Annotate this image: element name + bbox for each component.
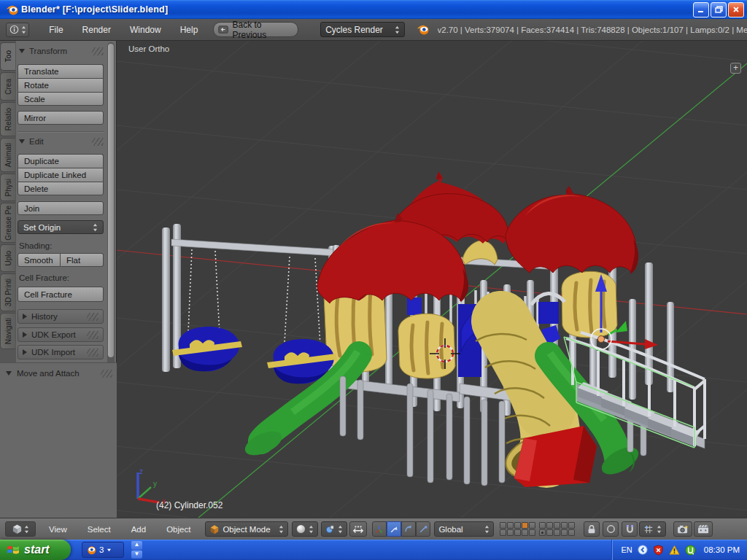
duplicate-linked-button[interactable]: Duplicate Linked: [18, 168, 104, 182]
tab-upload[interactable]: Uplo: [0, 244, 15, 272]
menu-select[interactable]: Select: [77, 525, 121, 534]
expanded-triangle-icon: [19, 49, 25, 53]
layer-cell[interactable]: [546, 522, 553, 529]
udk-export-panel-header[interactable]: UDK Export: [18, 327, 104, 342]
layer-cell[interactable]: [554, 529, 560, 536]
opengl-render-animation-button[interactable]: [694, 521, 713, 537]
manipulate-center-points-toggle[interactable]: [349, 521, 367, 537]
warning-tray-icon[interactable]: [669, 544, 681, 556]
back-to-previous-label: Back to Previous: [233, 20, 291, 40]
close-button[interactable]: [728, 2, 744, 18]
collapsed-triangle-icon: [23, 314, 27, 319]
layer-cell[interactable]: [514, 522, 521, 529]
layer-cell[interactable]: [561, 529, 568, 536]
rotate-button[interactable]: Rotate: [18, 78, 104, 92]
tab-relations[interactable]: Relatio: [0, 102, 15, 136]
menu-help[interactable]: Help: [171, 25, 208, 35]
snap-toggle[interactable]: [622, 521, 638, 537]
window-titlebar[interactable]: Blender* [F:\project\Slider.blend]: [0, 0, 747, 19]
tool-shelf-scrollbar[interactable]: [107, 42, 115, 401]
taskbar-clock[interactable]: 08:30 PM: [704, 545, 740, 554]
dropdown-arrow-icon: [107, 548, 112, 552]
scale-manipulator-button[interactable]: [416, 521, 430, 537]
snap-element-dropdown[interactable]: [639, 521, 666, 537]
tab-animation[interactable]: Animati: [0, 138, 15, 172]
menu-view[interactable]: View: [39, 525, 77, 534]
delete-button[interactable]: Delete: [18, 182, 104, 195]
proportional-editing-dropdown[interactable]: [603, 521, 619, 537]
layer-cell[interactable]: [507, 522, 514, 529]
menu-file[interactable]: File: [39, 25, 72, 35]
hide-icons-button[interactable]: [637, 544, 649, 556]
set-origin-dropdown[interactable]: Set Origin: [18, 220, 104, 234]
rotate-manipulator-button[interactable]: [401, 521, 416, 537]
menu-object[interactable]: Object: [156, 525, 201, 534]
viewport-shading-dropdown[interactable]: [292, 521, 318, 537]
history-panel-header[interactable]: History: [18, 309, 104, 324]
3d-viewport[interactable]: User Ortho + (42) Cylinder.052 z y x: [117, 41, 747, 518]
layer-cell[interactable]: [529, 529, 535, 536]
scale-button[interactable]: Scale: [18, 92, 104, 106]
tab-create[interactable]: Crea: [0, 72, 15, 101]
minimize-button[interactable]: [693, 2, 709, 18]
blender-task-group-button[interactable]: 3: [82, 542, 124, 558]
layer-cell[interactable]: [568, 529, 575, 536]
security-alert-icon[interactable]: [653, 544, 665, 556]
tab-physics[interactable]: Physi: [0, 174, 15, 201]
translate-manipulator-button[interactable]: [387, 521, 401, 537]
layer-cell[interactable]: [522, 529, 528, 536]
utorrent-tray-icon[interactable]: [685, 544, 697, 556]
move-and-attach-panel-header[interactable]: Move and Attach: [0, 363, 117, 378]
layer-cell[interactable]: [507, 529, 514, 536]
back-to-previous-button[interactable]: Back to Previous: [213, 22, 298, 37]
tab-navigation[interactable]: Navigati: [0, 313, 15, 349]
editor-type-dropdown[interactable]: [5, 521, 36, 537]
scroll-up-button[interactable]: ▲: [131, 541, 142, 550]
layers-widget[interactable]: [500, 522, 575, 536]
updown-arrows-icon: [21, 26, 26, 34]
edit-panel-header[interactable]: Edit: [19, 136, 104, 147]
udk-import-panel-header[interactable]: UDK Import: [18, 345, 104, 359]
properties-region-expand-button[interactable]: +: [730, 63, 741, 74]
render-engine-dropdown[interactable]: Cycles Render: [320, 22, 404, 37]
tab-3d-printing[interactable]: 3D Printi: [0, 273, 15, 311]
transform-panel-header[interactable]: Transform: [19, 45, 104, 57]
layer-cell[interactable]: [561, 522, 568, 529]
pivot-point-dropdown[interactable]: [321, 521, 347, 537]
orientation-value: Global: [438, 525, 481, 534]
language-indicator[interactable]: EN: [621, 545, 632, 554]
layer-cell-active[interactable]: [522, 522, 528, 529]
menu-add[interactable]: Add: [121, 525, 156, 534]
layer-cell[interactable]: [529, 522, 535, 529]
menu-window[interactable]: Window: [120, 25, 171, 35]
mode-dropdown[interactable]: Object Mode: [205, 521, 288, 537]
scrollbar-thumb[interactable]: [108, 44, 114, 357]
opengl-render-image-button[interactable]: [673, 521, 692, 537]
layer-cell[interactable]: [500, 529, 506, 536]
cell-fracture-button[interactable]: Cell Fracture: [18, 287, 104, 302]
layer-cell[interactable]: [539, 522, 546, 529]
shade-flat-button[interactable]: Flat: [61, 253, 104, 267]
3d-view-icon: [12, 524, 23, 534]
tab-tools[interactable]: Too: [0, 42, 15, 71]
layer-cell[interactable]: [568, 522, 575, 529]
translate-button[interactable]: Translate: [18, 64, 104, 78]
manipulator-toggle-button[interactable]: [372, 521, 387, 537]
lock-to-scene-toggle[interactable]: [584, 521, 600, 537]
scroll-down-button[interactable]: ▼: [131, 551, 142, 559]
layer-cell[interactable]: [514, 529, 521, 536]
menu-render[interactable]: Render: [73, 25, 120, 35]
layer-cell[interactable]: [554, 522, 560, 529]
layer-cell[interactable]: [546, 529, 553, 536]
mirror-button[interactable]: Mirror: [18, 111, 104, 125]
join-button[interactable]: Join: [18, 201, 104, 215]
start-button[interactable]: start: [0, 540, 71, 560]
transform-orientation-dropdown[interactable]: Global: [434, 521, 494, 537]
layer-cell-occupied[interactable]: [539, 529, 546, 536]
duplicate-button[interactable]: Duplicate: [18, 154, 104, 168]
restore-button[interactable]: [711, 2, 727, 18]
shade-smooth-button[interactable]: Smooth: [18, 253, 61, 267]
editor-type-info-button[interactable]: [6, 23, 29, 37]
tab-grease-pencil[interactable]: Grease Pe: [0, 203, 15, 243]
layer-cell[interactable]: [500, 522, 506, 529]
